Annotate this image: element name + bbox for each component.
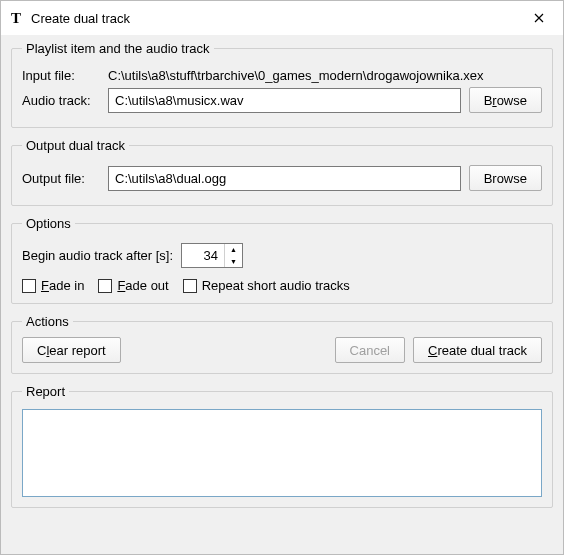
group-output: Output dual track Output file: Browse bbox=[11, 138, 553, 206]
app-icon: T bbox=[11, 10, 21, 27]
group-output-legend: Output dual track bbox=[22, 138, 129, 153]
close-icon bbox=[534, 13, 544, 23]
spinner-down-button[interactable]: ▼ bbox=[225, 256, 242, 268]
output-file-input[interactable] bbox=[108, 166, 461, 191]
checkbox-icon bbox=[183, 279, 197, 293]
cancel-button: Cancel bbox=[335, 337, 405, 363]
browse-output-button[interactable]: Browse bbox=[469, 165, 542, 191]
repeat-label: Repeat short audio tracks bbox=[202, 278, 350, 293]
audio-track-label: Audio track: bbox=[22, 93, 100, 108]
browse-audio-button[interactable]: Browse bbox=[469, 87, 542, 113]
group-playlist-legend: Playlist item and the audio track bbox=[22, 41, 214, 56]
spinner-up-button[interactable]: ▲ bbox=[225, 244, 242, 256]
create-dual-track-button[interactable]: Create dual track bbox=[413, 337, 542, 363]
window-title: Create dual track bbox=[31, 11, 517, 26]
begin-after-spinner[interactable]: ▲ ▼ bbox=[181, 243, 243, 268]
fade-in-label: Fade in bbox=[41, 278, 84, 293]
title-bar: T Create dual track bbox=[1, 1, 563, 35]
group-actions-legend: Actions bbox=[22, 314, 73, 329]
group-options: Options Begin audio track after [s]: ▲ ▼… bbox=[11, 216, 553, 304]
input-file-path: C:\utils\a8\stuff\trbarchive\0_games_mod… bbox=[108, 68, 542, 83]
checkbox-icon bbox=[98, 279, 112, 293]
input-file-label: Input file: bbox=[22, 68, 100, 83]
group-report: Report bbox=[11, 384, 553, 508]
report-output bbox=[22, 409, 542, 497]
begin-after-label: Begin audio track after [s]: bbox=[22, 248, 173, 263]
group-report-legend: Report bbox=[22, 384, 69, 399]
fade-out-label: Fade out bbox=[117, 278, 168, 293]
group-actions: Actions Clear report Cancel Create dual … bbox=[11, 314, 553, 374]
close-button[interactable] bbox=[517, 3, 561, 33]
group-playlist: Playlist item and the audio track Input … bbox=[11, 41, 553, 128]
output-file-label: Output file: bbox=[22, 171, 100, 186]
clear-report-button[interactable]: Clear report bbox=[22, 337, 121, 363]
group-options-legend: Options bbox=[22, 216, 75, 231]
audio-track-input[interactable] bbox=[108, 88, 461, 113]
repeat-checkbox[interactable]: Repeat short audio tracks bbox=[183, 278, 350, 293]
fade-in-checkbox[interactable]: Fade in bbox=[22, 278, 84, 293]
checkbox-icon bbox=[22, 279, 36, 293]
fade-out-checkbox[interactable]: Fade out bbox=[98, 278, 168, 293]
begin-after-input[interactable] bbox=[182, 244, 224, 267]
